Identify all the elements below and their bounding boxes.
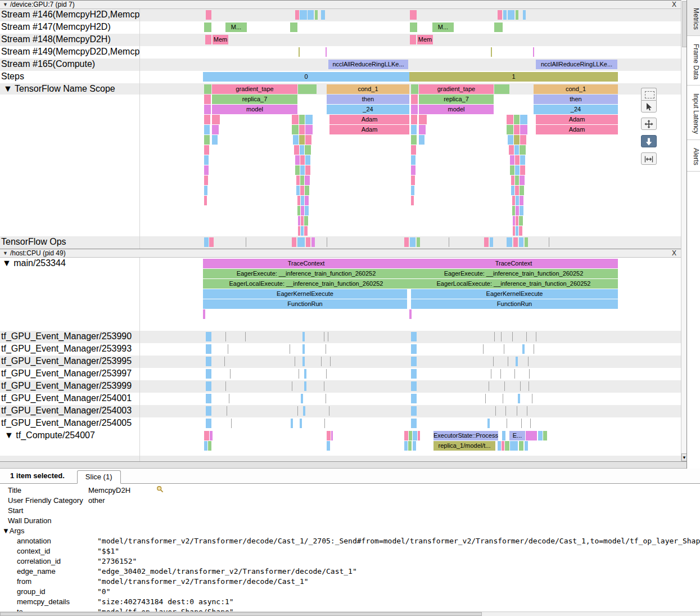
trace-slice[interactable] <box>204 186 207 195</box>
trace-slice[interactable]: FunctionRun <box>203 299 407 309</box>
trace-slice[interactable] <box>505 406 506 416</box>
trace-slice[interactable] <box>411 357 417 366</box>
trace-slice[interactable] <box>206 344 211 354</box>
trace-slice[interactable] <box>204 135 210 145</box>
trace-slice[interactable] <box>300 10 307 20</box>
trace-slice[interactable] <box>206 381 211 391</box>
device-panel-close-button[interactable]: X <box>672 1 676 8</box>
trace-slice[interactable] <box>519 216 523 226</box>
trace-slice[interactable] <box>404 237 409 247</box>
trace-slice[interactable]: TraceContext <box>203 259 409 268</box>
trace-slice[interactable]: ncclAllReduceRingLLKe... <box>536 60 617 69</box>
trace-slice[interactable] <box>209 237 214 247</box>
tab-input-latency[interactable]: Input Latency <box>687 86 700 140</box>
trace-slice[interactable] <box>206 369 211 379</box>
collapse-icon[interactable]: ▼ <box>3 2 8 7</box>
horizontal-scrollbar-thumb[interactable] <box>0 612 482 616</box>
track-label-stream-147[interactable]: Stream #147(MemcpyH2D) <box>0 22 139 32</box>
trace-slice[interactable] <box>516 10 518 20</box>
track-label-tf-compute[interactable]: ▼ tf_Compute/254007 <box>0 430 143 440</box>
trace-slice[interactable]: EagerKernelExecute <box>411 289 618 299</box>
trace-slice[interactable]: gradient_tape <box>419 84 494 94</box>
trace-slice[interactable] <box>302 344 305 354</box>
trace-slice[interactable] <box>302 357 305 366</box>
trace-slice[interactable]: replica_1/model/t... <box>433 441 495 451</box>
trace-slice[interactable] <box>204 23 211 32</box>
trace-slice[interactable] <box>449 237 449 247</box>
trace-slice[interactable] <box>290 23 297 32</box>
trace-slice[interactable]: then <box>327 95 409 104</box>
timeline-vertical-scrollbar[interactable]: ▼ <box>681 0 687 461</box>
trace-slice[interactable]: replica_7 <box>212 95 297 104</box>
trace-slice[interactable] <box>532 394 532 403</box>
trace-slice[interactable] <box>300 145 304 155</box>
trace-slice[interactable] <box>297 206 300 215</box>
trace-slice[interactable]: EagerKernelExecute <box>203 289 407 299</box>
trace-slice[interactable] <box>514 115 520 124</box>
track-label-gem-254001[interactable]: tf_GPU_Event_Manager/254001 <box>0 393 139 403</box>
trace-slice[interactable]: M... <box>225 23 247 32</box>
trace-slice[interactable] <box>489 381 489 391</box>
trace-slice[interactable] <box>327 431 331 440</box>
trace-slice[interactable] <box>494 332 495 341</box>
trace-slice[interactable] <box>494 84 509 94</box>
track-label-steps[interactable]: Steps <box>0 71 139 82</box>
trace-slice[interactable]: M... <box>432 23 454 32</box>
trace-slice[interactable] <box>204 145 209 155</box>
trace-slice[interactable] <box>410 23 417 32</box>
trace-slice[interactable] <box>299 135 305 145</box>
trace-slice[interactable] <box>204 237 209 247</box>
trace-slice[interactable] <box>305 165 310 175</box>
trace-slice[interactable] <box>292 125 299 134</box>
trace-slice[interactable] <box>411 332 417 341</box>
trace-slice[interactable]: cond_1 <box>534 84 618 94</box>
trace-slice[interactable] <box>212 115 220 124</box>
magnifier-icon[interactable] <box>156 485 164 494</box>
trace-slice[interactable] <box>327 441 330 451</box>
trace-slice[interactable] <box>491 47 492 57</box>
trace-slice[interactable] <box>410 35 416 44</box>
tab-frame-data[interactable]: Frame Data <box>687 36 700 86</box>
trace-slice[interactable]: then <box>534 95 618 104</box>
trace-slice[interactable] <box>301 216 304 226</box>
trace-slice[interactable]: gradient_tape <box>212 84 297 94</box>
trace-slice[interactable] <box>206 332 211 341</box>
trace-slice[interactable] <box>500 369 501 379</box>
track-label-gem-253995[interactable]: tf_GPU_Event_Manager/253995 <box>0 356 139 366</box>
trace-slice[interactable] <box>525 441 528 451</box>
trace-slice[interactable] <box>522 344 525 354</box>
track-label-stream-148[interactable]: Stream #148(MemcpyD2H) <box>0 34 139 44</box>
trace-slice[interactable]: Mem <box>417 35 433 44</box>
trace-slice[interactable] <box>292 237 296 247</box>
trace-slice[interactable]: Adam <box>536 115 618 124</box>
trace-slice[interactable] <box>300 186 304 195</box>
track-label-gem-253990[interactable]: tf_GPU_Event_Manager/253990 <box>0 331 139 341</box>
trace-slice[interactable] <box>231 419 232 428</box>
trace-slice[interactable] <box>294 145 299 155</box>
host-panel-close-button[interactable]: X <box>672 249 676 257</box>
trace-slice[interactable] <box>295 155 300 165</box>
trace-slice[interactable] <box>204 95 211 104</box>
timing-tool-button[interactable] <box>641 152 657 165</box>
trace-slice[interactable] <box>516 226 518 236</box>
trace-slice[interactable] <box>225 381 226 391</box>
trace-slice[interactable] <box>520 135 526 145</box>
trace-slice[interactable] <box>301 196 304 205</box>
trace-slice[interactable] <box>411 394 417 403</box>
trace-slice[interactable] <box>206 394 211 403</box>
trace-slice[interactable] <box>520 206 523 215</box>
trace-slice[interactable]: Adam <box>329 115 409 124</box>
trace-slice[interactable] <box>331 431 333 440</box>
trace-slice[interactable] <box>502 441 504 451</box>
trace-slice[interactable] <box>321 357 322 366</box>
trace-slice[interactable] <box>298 226 300 236</box>
trace-slice[interactable] <box>304 216 308 226</box>
trace-slice[interactable] <box>510 155 514 165</box>
trace-slice[interactable] <box>301 206 304 215</box>
trace-slice[interactable] <box>411 165 416 175</box>
trace-slice[interactable] <box>513 216 515 226</box>
trace-slice[interactable] <box>205 35 211 44</box>
trace-slice[interactable] <box>411 196 414 205</box>
trace-slice[interactable] <box>292 381 292 391</box>
trace-slice[interactable] <box>516 216 518 226</box>
